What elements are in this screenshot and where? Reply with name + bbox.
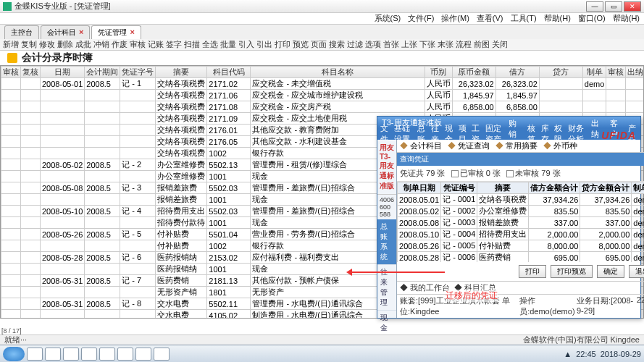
minimize-button[interactable]: — <box>586 1 603 12</box>
task-icon[interactable] <box>63 348 79 361</box>
task-icon[interactable] <box>135 348 151 361</box>
toolbar-button[interactable]: 上张 <box>401 39 417 50</box>
mini-row[interactable]: 2008.05.08记 - 0003报销差旅费337.00337.00demo <box>398 217 644 229</box>
menu-item[interactable]: 查看(V) <box>477 13 503 24</box>
menu-item[interactable]: 帮助(H) <box>544 13 571 24</box>
toolbar-button[interactable]: 打印 <box>275 39 290 50</box>
toolbar-button[interactable]: 流程 <box>456 39 472 50</box>
column-header[interactable]: 贷方 <box>539 67 582 78</box>
menu-item[interactable]: 工具(T) <box>511 13 537 24</box>
column-header[interactable]: 科目代码 <box>207 67 251 78</box>
menu-item[interactable]: 帮助(H) <box>613 13 640 24</box>
tab-close-icon[interactable]: × <box>79 28 83 36</box>
modal-nav-item[interactable]: 总账系统 <box>377 219 396 265</box>
task-icon[interactable] <box>99 348 115 361</box>
column-header[interactable]: 科目名称 <box>251 67 425 78</box>
mini-row[interactable]: 2008.05.02记 - 0002办公室维修费835.50835.50demo <box>398 206 644 217</box>
toolbar-button[interactable]: 全选 <box>202 39 218 50</box>
toolbar-button[interactable]: 复制 <box>21 39 37 50</box>
toolbar-button[interactable]: 记账 <box>148 39 164 50</box>
mini-row[interactable]: 2008.05.01记 - 0001交纳各项税费37,934.2637,934.… <box>398 194 644 206</box>
toolbar-button[interactable]: 成批 <box>75 39 91 50</box>
modal-tab[interactable]: 外币种 <box>543 140 577 151</box>
toolbar-button[interactable]: 预览 <box>293 39 309 50</box>
modal-tab[interactable]: 凭证查询 <box>448 140 490 151</box>
modal-button[interactable]: 打印预览 <box>551 265 593 278</box>
column-header[interactable]: 摘要 <box>156 67 207 78</box>
modal-tab[interactable]: 常用摘要 <box>495 140 538 151</box>
column-header[interactable]: 审核 <box>1 67 21 78</box>
tray-icon[interactable]: ▲ <box>564 350 572 358</box>
maximize-button[interactable]: ▭ <box>605 1 622 12</box>
checkbox-unaudited[interactable] <box>506 170 514 177</box>
taskbar: ▲ 22:45 2018-09-29 <box>0 345 644 362</box>
tab[interactable]: 凭证管理× <box>91 25 141 39</box>
ledger-title: 会计分录序时簿 <box>22 51 93 64</box>
toolbar-button[interactable]: 首张 <box>383 39 399 50</box>
annotation-label: 迁移后的凭证 <box>446 290 498 302</box>
modal-tab[interactable]: 会计科目 <box>400 140 442 151</box>
column-header[interactable]: 日期 <box>41 67 85 78</box>
close-button[interactable]: ✕ <box>624 1 641 12</box>
start-button[interactable] <box>3 347 25 361</box>
menu-item[interactable]: 系统(S) <box>375 13 401 24</box>
toolbar-button[interactable]: 签字 <box>166 39 182 50</box>
checkbox-audited[interactable] <box>451 170 459 177</box>
task-icon[interactable] <box>45 348 61 361</box>
task-icon[interactable] <box>117 348 133 361</box>
toolbar-button[interactable]: 作废 <box>112 39 127 50</box>
mini-row[interactable]: 2008.05.26记 - 0005付补贴费8,000.008,000.00de… <box>398 240 644 252</box>
column-header[interactable]: 会计期间 <box>85 67 120 78</box>
table-row[interactable]: 交纳各项税费2171.08应交税金 - 应交房产税人民币6,858.006,85… <box>1 101 645 113</box>
modal-button[interactable]: 确定 <box>597 265 624 278</box>
modal-sidebar: 用友T3-用友通标准版 4006 600 588 总账系统往来管理现金银行项目管… <box>377 140 397 318</box>
column-header[interactable]: 审核 <box>606 67 626 78</box>
toolbar-button[interactable]: 搜索 <box>329 39 345 50</box>
menu-item[interactable]: 文件(F) <box>408 13 434 24</box>
toolbar-button[interactable]: 引出 <box>256 39 272 50</box>
toolbar-button[interactable]: 下张 <box>419 39 435 50</box>
modal-tabs: 会计科目凭证查询常用摘要外币种 <box>397 140 644 153</box>
modal-button[interactable]: 打印 <box>519 265 546 278</box>
toolbar-button[interactable]: 引入 <box>238 39 254 50</box>
task-icon[interactable] <box>27 348 43 361</box>
toolbar-button[interactable]: 关闭 <box>492 39 508 50</box>
task-icon[interactable] <box>154 348 170 361</box>
column-header[interactable]: 币别 <box>425 67 452 78</box>
menu-item[interactable]: 操作(M) <box>441 13 469 24</box>
tab-close-icon[interactable]: × <box>130 28 134 36</box>
table-row[interactable]: 交纳各项税费2171.06应交税金 - 应交城市维护建设税人民币1,845.97… <box>1 90 645 101</box>
toolbar-button[interactable]: 页面 <box>311 39 327 50</box>
toolbar-button[interactable]: 冲销 <box>93 39 109 50</box>
page-counter: [8 / 17] <box>1 327 22 334</box>
table-row[interactable]: 2008-05-012008.5记 - 1交纳各项税费2171.02应交税金 -… <box>1 78 645 90</box>
task-icon[interactable] <box>81 348 97 361</box>
column-header[interactable]: 凭证字号 <box>120 67 156 78</box>
system-tray[interactable]: ▲ 22:45 2018-09-29 <box>564 350 641 358</box>
column-header[interactable]: 原币金额 <box>452 67 495 78</box>
modal-button[interactable]: 退出 <box>629 265 644 278</box>
menu-item[interactable]: 窗口(O) <box>578 13 606 24</box>
toolbar-button[interactable]: 新增 <box>3 39 19 50</box>
toolbar-button[interactable]: 前图 <box>474 39 490 50</box>
toolbar-button[interactable]: 批量 <box>220 39 236 50</box>
column-header[interactable]: 借方 <box>495 67 539 78</box>
tab[interactable]: 主控台 <box>4 25 39 39</box>
toolbar-button[interactable]: 扫描 <box>184 39 200 50</box>
modal-status: 账套:[999]工业企业演示帐套 单位:Kingdee 操作员:demo(dem… <box>397 294 644 318</box>
app-icon <box>3 2 12 11</box>
column-header[interactable]: 出纳人 <box>626 67 644 78</box>
mini-voucher-grid[interactable]: 制单日期凭证编号摘要借方金额合计贷方金额合计制单人 2008.05.01记 - … <box>397 182 644 262</box>
toolbar-button[interactable]: 末张 <box>438 39 453 50</box>
toolbar-button[interactable]: 过滤 <box>347 39 363 50</box>
toolbar-button[interactable]: 修改 <box>39 39 55 50</box>
toolbar-button[interactable]: 删除 <box>57 39 73 50</box>
mini-row[interactable]: 2008.05.10记 - 0004招待费用支出2,000.002,000.00… <box>398 229 644 240</box>
toolbar-button[interactable]: 选项 <box>365 39 381 50</box>
mini-row[interactable]: 2008.05.28记 - 0006医药费销695.00695.00demo <box>398 252 644 263</box>
toolbar-button[interactable]: 审核 <box>130 39 146 50</box>
tab[interactable]: 会计科目× <box>41 25 90 39</box>
column-header[interactable]: 复核 <box>21 67 41 78</box>
column-header[interactable]: 制单 <box>582 67 606 78</box>
panel-head: 查询凭证 <box>397 153 644 166</box>
